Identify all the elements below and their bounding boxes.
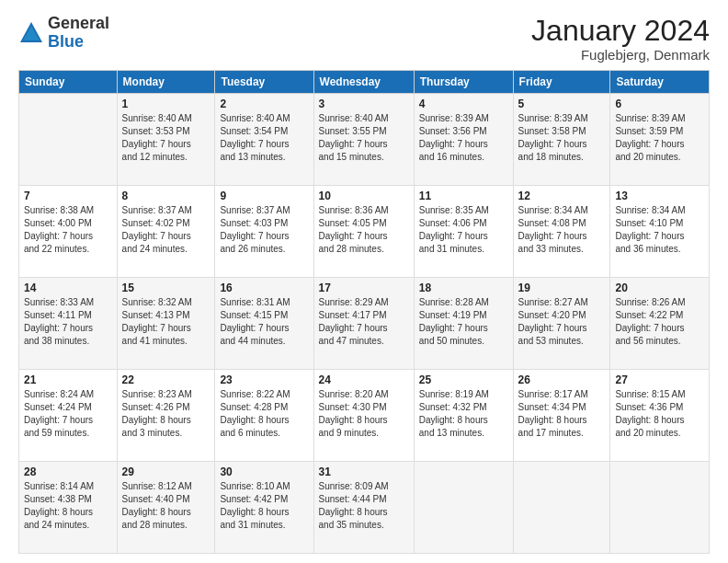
day-info: Sunrise: 8:35 AM Sunset: 4:06 PM Dayligh… [419, 204, 508, 256]
day-info: Sunrise: 8:37 AM Sunset: 4:02 PM Dayligh… [122, 204, 210, 256]
day-info: Sunrise: 8:40 AM Sunset: 3:54 PM Dayligh… [220, 112, 308, 164]
day-number: 25 [419, 373, 508, 386]
header-wednesday: Wednesday [313, 71, 414, 94]
calendar-cell: 8Sunrise: 8:37 AM Sunset: 4:02 PM Daylig… [117, 186, 215, 278]
calendar-week-2: 7Sunrise: 8:38 AM Sunset: 4:00 PM Daylig… [19, 186, 710, 278]
day-info: Sunrise: 8:14 AM Sunset: 4:38 PM Dayligh… [24, 480, 112, 532]
header: General Blue January 2024 Fuglebjerg, De… [18, 15, 710, 63]
day-info: Sunrise: 8:27 AM Sunset: 4:20 PM Dayligh… [518, 296, 606, 348]
calendar: SundayMondayTuesdayWednesdayThursdayFrid… [18, 70, 710, 554]
day-number: 31 [319, 465, 409, 478]
calendar-cell: 7Sunrise: 8:38 AM Sunset: 4:00 PM Daylig… [19, 186, 118, 278]
day-number: 13 [615, 190, 704, 202]
day-number: 15 [122, 282, 210, 294]
calendar-cell [610, 462, 710, 554]
day-info: Sunrise: 8:22 AM Sunset: 4:28 PM Dayligh… [220, 388, 308, 440]
calendar-cell: 24Sunrise: 8:20 AM Sunset: 4:30 PM Dayli… [313, 370, 414, 462]
day-number: 20 [615, 282, 704, 294]
day-number: 2 [220, 98, 308, 110]
calendar-cell [513, 462, 610, 554]
calendar-cell: 1Sunrise: 8:40 AM Sunset: 3:53 PM Daylig… [117, 94, 215, 186]
day-info: Sunrise: 8:38 AM Sunset: 4:00 PM Dayligh… [24, 204, 112, 256]
day-info: Sunrise: 8:39 AM Sunset: 3:59 PM Dayligh… [615, 112, 704, 164]
header-thursday: Thursday [414, 71, 513, 94]
day-number: 21 [24, 373, 112, 386]
header-friday: Friday [513, 71, 610, 94]
day-info: Sunrise: 8:10 AM Sunset: 4:42 PM Dayligh… [220, 480, 308, 532]
header-tuesday: Tuesday [215, 71, 313, 94]
logo-blue: Blue [48, 33, 109, 52]
day-number: 27 [615, 373, 704, 386]
calendar-cell: 21Sunrise: 8:24 AM Sunset: 4:24 PM Dayli… [19, 370, 118, 462]
day-number: 24 [319, 373, 409, 386]
day-number: 1 [122, 98, 210, 110]
title-block: January 2024 Fuglebjerg, Denmark [531, 15, 710, 63]
calendar-cell: 25Sunrise: 8:19 AM Sunset: 4:32 PM Dayli… [414, 370, 513, 462]
calendar-cell: 12Sunrise: 8:34 AM Sunset: 4:08 PM Dayli… [513, 186, 610, 278]
calendar-cell [19, 94, 118, 186]
day-number: 5 [518, 98, 606, 110]
day-number: 26 [518, 373, 606, 386]
calendar-cell: 28Sunrise: 8:14 AM Sunset: 4:38 PM Dayli… [19, 462, 118, 554]
calendar-cell: 17Sunrise: 8:29 AM Sunset: 4:17 PM Dayli… [313, 278, 414, 370]
calendar-cell: 5Sunrise: 8:39 AM Sunset: 3:58 PM Daylig… [513, 94, 610, 186]
day-number: 29 [122, 465, 210, 478]
day-info: Sunrise: 8:09 AM Sunset: 4:44 PM Dayligh… [319, 480, 409, 532]
day-info: Sunrise: 8:19 AM Sunset: 4:32 PM Dayligh… [419, 388, 508, 440]
calendar-cell: 9Sunrise: 8:37 AM Sunset: 4:03 PM Daylig… [215, 186, 313, 278]
day-info: Sunrise: 8:37 AM Sunset: 4:03 PM Dayligh… [220, 204, 308, 256]
day-info: Sunrise: 8:36 AM Sunset: 4:05 PM Dayligh… [319, 204, 409, 256]
day-info: Sunrise: 8:33 AM Sunset: 4:11 PM Dayligh… [24, 296, 112, 348]
day-info: Sunrise: 8:15 AM Sunset: 4:36 PM Dayligh… [615, 388, 704, 440]
header-monday: Monday [117, 71, 215, 94]
calendar-cell: 15Sunrise: 8:32 AM Sunset: 4:13 PM Dayli… [117, 278, 215, 370]
calendar-cell: 29Sunrise: 8:12 AM Sunset: 4:40 PM Dayli… [117, 462, 215, 554]
header-saturday: Saturday [610, 71, 710, 94]
day-info: Sunrise: 8:31 AM Sunset: 4:15 PM Dayligh… [220, 296, 308, 348]
day-number: 30 [220, 465, 308, 478]
day-info: Sunrise: 8:40 AM Sunset: 3:53 PM Dayligh… [122, 112, 210, 164]
calendar-cell: 10Sunrise: 8:36 AM Sunset: 4:05 PM Dayli… [313, 186, 414, 278]
calendar-cell: 11Sunrise: 8:35 AM Sunset: 4:06 PM Dayli… [414, 186, 513, 278]
calendar-cell: 20Sunrise: 8:26 AM Sunset: 4:22 PM Dayli… [610, 278, 710, 370]
calendar-cell: 4Sunrise: 8:39 AM Sunset: 3:56 PM Daylig… [414, 94, 513, 186]
logo-general: General [48, 15, 109, 33]
day-number: 9 [220, 190, 308, 202]
logo: General Blue [18, 15, 109, 52]
day-number: 23 [220, 373, 308, 386]
calendar-cell: 3Sunrise: 8:40 AM Sunset: 3:55 PM Daylig… [313, 94, 414, 186]
day-number: 10 [319, 190, 409, 202]
calendar-week-4: 21Sunrise: 8:24 AM Sunset: 4:24 PM Dayli… [19, 370, 710, 462]
day-info: Sunrise: 8:20 AM Sunset: 4:30 PM Dayligh… [319, 388, 409, 440]
calendar-cell: 31Sunrise: 8:09 AM Sunset: 4:44 PM Dayli… [313, 462, 414, 554]
calendar-cell: 2Sunrise: 8:40 AM Sunset: 3:54 PM Daylig… [215, 94, 313, 186]
day-number: 12 [518, 190, 606, 202]
logo-text: General Blue [48, 15, 109, 52]
calendar-cell: 26Sunrise: 8:17 AM Sunset: 4:34 PM Dayli… [513, 370, 610, 462]
day-number: 7 [24, 190, 112, 202]
day-number: 17 [319, 282, 409, 294]
day-info: Sunrise: 8:12 AM Sunset: 4:40 PM Dayligh… [122, 480, 210, 532]
calendar-cell: 13Sunrise: 8:34 AM Sunset: 4:10 PM Dayli… [610, 186, 710, 278]
location: Fuglebjerg, Denmark [531, 47, 710, 63]
day-number: 6 [615, 98, 704, 110]
day-info: Sunrise: 8:40 AM Sunset: 3:55 PM Dayligh… [319, 112, 409, 164]
calendar-cell: 18Sunrise: 8:28 AM Sunset: 4:19 PM Dayli… [414, 278, 513, 370]
day-number: 8 [122, 190, 210, 202]
calendar-cell: 27Sunrise: 8:15 AM Sunset: 4:36 PM Dayli… [610, 370, 710, 462]
calendar-cell: 22Sunrise: 8:23 AM Sunset: 4:26 PM Dayli… [117, 370, 215, 462]
calendar-cell [414, 462, 513, 554]
day-info: Sunrise: 8:23 AM Sunset: 4:26 PM Dayligh… [122, 388, 210, 440]
calendar-cell: 6Sunrise: 8:39 AM Sunset: 3:59 PM Daylig… [610, 94, 710, 186]
month-title: January 2024 [531, 15, 710, 47]
calendar-cell: 16Sunrise: 8:31 AM Sunset: 4:15 PM Dayli… [215, 278, 313, 370]
calendar-week-5: 28Sunrise: 8:14 AM Sunset: 4:38 PM Dayli… [19, 462, 710, 554]
day-number: 3 [319, 98, 409, 110]
day-info: Sunrise: 8:34 AM Sunset: 4:08 PM Dayligh… [518, 204, 606, 256]
calendar-cell: 30Sunrise: 8:10 AM Sunset: 4:42 PM Dayli… [215, 462, 313, 554]
day-info: Sunrise: 8:39 AM Sunset: 3:58 PM Dayligh… [518, 112, 606, 164]
calendar-header-row: SundayMondayTuesdayWednesdayThursdayFrid… [19, 71, 710, 94]
day-number: 14 [24, 282, 112, 294]
day-number: 22 [122, 373, 210, 386]
day-number: 16 [220, 282, 308, 294]
